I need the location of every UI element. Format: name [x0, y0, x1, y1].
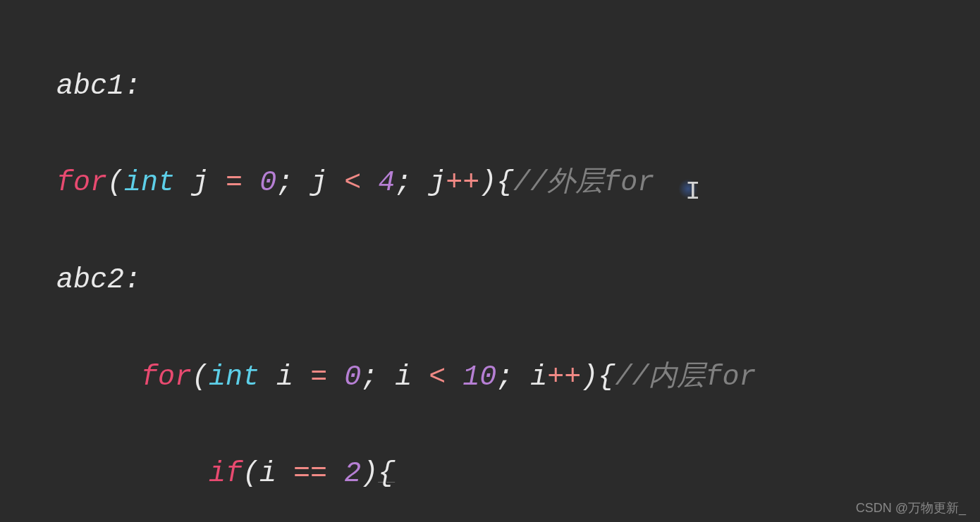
var-j: j	[192, 167, 209, 199]
semicolon: ;	[361, 361, 378, 393]
open-brace: {	[598, 361, 615, 393]
eq-op: ==	[293, 458, 327, 490]
semicolon: ;	[496, 361, 513, 393]
var-i: i	[530, 361, 547, 393]
var-i: i	[276, 361, 293, 393]
close-paren: )	[361, 458, 378, 490]
comment-inner: //内层for	[615, 361, 756, 393]
label-abc2: abc2	[56, 264, 124, 296]
comment-outer: //外层for	[513, 167, 654, 199]
code-line-2: for(int j = 0; j < 4; j++){//外层for	[56, 159, 980, 208]
code-editor[interactable]: abc1: for(int j = 0; j < 4; j++){//外层for…	[0, 0, 980, 522]
open-brace: {	[496, 167, 513, 199]
indent	[56, 458, 209, 490]
watermark: CSDN @万物更新_	[856, 499, 966, 516]
num-4: 4	[378, 167, 395, 199]
open-paren: (	[243, 458, 259, 490]
open-paren: (	[107, 167, 124, 199]
num-0: 0	[344, 361, 361, 393]
code-line-1: abc1:	[56, 63, 980, 111]
colon: :	[124, 264, 141, 296]
var-i: i	[395, 361, 412, 393]
for-keyword: for	[56, 167, 107, 199]
incr-op: ++	[446, 167, 479, 199]
code-line-3: abc2:	[56, 256, 980, 305]
code-line-5: if(i == 2){	[56, 450, 980, 499]
lt-op: <	[344, 167, 361, 199]
num-2: 2	[344, 458, 361, 490]
colon: :	[124, 70, 141, 102]
if-keyword: if	[209, 458, 243, 490]
lt-op: <	[429, 361, 446, 393]
num-0: 0	[259, 167, 276, 199]
assign-op: =	[226, 167, 243, 199]
close-paren: )	[479, 167, 496, 199]
semicolon: ;	[276, 167, 293, 199]
label-abc1: abc1	[56, 70, 124, 102]
open-paren: (	[192, 361, 209, 393]
var-i: i	[259, 458, 276, 490]
code-line-4: for(int i = 0; i < 10; i++){//内层for	[56, 354, 980, 402]
var-j: j	[310, 167, 327, 199]
semicolon: ;	[395, 167, 412, 199]
for-keyword: for	[141, 361, 192, 393]
incr-op: ++	[547, 361, 581, 393]
open-brace: {	[378, 458, 395, 490]
num-10: 10	[463, 361, 496, 393]
indent	[56, 361, 141, 393]
int-type: int	[209, 361, 259, 393]
int-type: int	[124, 167, 175, 199]
assign-op: =	[310, 361, 327, 393]
var-j: j	[429, 167, 446, 199]
close-paren: )	[581, 361, 598, 393]
